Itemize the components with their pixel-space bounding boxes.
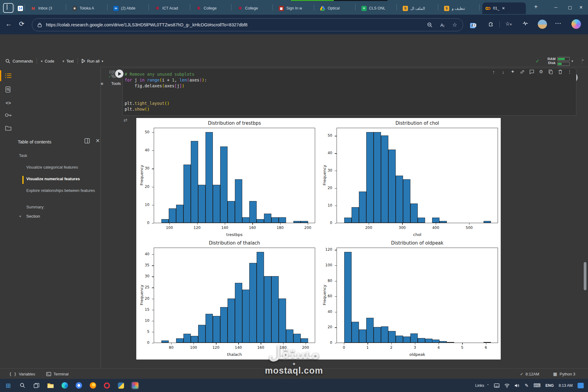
touch-keyboard-icon[interactable]: ⌨ bbox=[533, 382, 541, 388]
y-tick-mark bbox=[335, 265, 337, 266]
taskbar-edge-icon[interactable] bbox=[61, 382, 69, 390]
output-actions-icon[interactable]: ⇄ bbox=[123, 117, 127, 123]
clock[interactable]: 8:13 AM bbox=[559, 383, 573, 388]
histogram-bar bbox=[249, 263, 257, 343]
collapse-toolbar-icon[interactable]: ⌃ bbox=[581, 59, 585, 63]
commands-button[interactable]: Commands bbox=[6, 59, 33, 63]
new-tab-button[interactable]: + bbox=[534, 4, 538, 10]
toc-item[interactable]: Explore relationships between features bbox=[26, 188, 95, 193]
variables-button[interactable]: { } Variables bbox=[9, 372, 35, 376]
taskbar-start-icon[interactable]: ⊞ bbox=[4, 382, 12, 390]
add-code-button[interactable]: +Code bbox=[40, 59, 54, 63]
taskbar-file-explorer-icon[interactable] bbox=[47, 382, 55, 390]
disk-meter[interactable] bbox=[557, 62, 570, 66]
browser-tab[interactable]: ✳College bbox=[193, 2, 234, 14]
browser-tab-active[interactable]: 01_✕ bbox=[482, 2, 526, 14]
y-axis-label: Frequency bbox=[139, 280, 144, 310]
taskbar-search-icon[interactable] bbox=[18, 382, 26, 390]
comment-icon[interactable] bbox=[529, 69, 535, 75]
refresh-icon[interactable]: ⟳ bbox=[19, 20, 24, 28]
url-bar[interactable]: https://colab.research.google.com/drive/… bbox=[32, 18, 463, 31]
browser-tab[interactable]: 5تنظيف و bbox=[441, 2, 482, 14]
files-panel-icon[interactable] bbox=[4, 124, 12, 132]
toc-active-indicator bbox=[22, 176, 24, 184]
histogram-bar bbox=[374, 327, 381, 343]
favorite-star-icon[interactable]: ☆ bbox=[452, 21, 457, 28]
browser-tab[interactable]: MInbox (3 bbox=[28, 2, 69, 14]
taskbar-opera-icon[interactable] bbox=[103, 382, 111, 390]
run-cell-button[interactable] bbox=[115, 70, 123, 78]
menu-tools[interactable]: Tools bbox=[111, 81, 121, 86]
language-indicator[interactable]: ENG bbox=[545, 383, 554, 388]
touchpad-icon[interactable] bbox=[494, 383, 499, 388]
y-tick-mark bbox=[152, 299, 154, 299]
secrets-panel-icon[interactable] bbox=[4, 111, 12, 119]
browser-profile-avatar[interactable] bbox=[538, 20, 547, 29]
url-text[interactable]: https://colab.research.google.com/drive/… bbox=[46, 22, 427, 27]
tab-close-icon[interactable]: ✕ bbox=[502, 6, 505, 10]
ram-meter[interactable] bbox=[557, 57, 570, 61]
add-section-button[interactable]: + Section bbox=[19, 214, 40, 219]
link-icon[interactable] bbox=[519, 69, 525, 75]
y-tick-mark bbox=[152, 150, 154, 151]
move-cell-down-icon[interactable]: ↓ bbox=[500, 69, 506, 75]
toc-item[interactable]: Visualize categorical features bbox=[26, 165, 95, 170]
copy-cell-icon[interactable] bbox=[548, 69, 554, 75]
terminal-button[interactable]: Terminal bbox=[46, 372, 69, 376]
x-tick-mark bbox=[344, 343, 344, 344]
browser-tab[interactable]: ✳Toloka A bbox=[69, 2, 110, 14]
delete-cell-icon[interactable] bbox=[557, 69, 563, 75]
taskbar-firefox-icon[interactable] bbox=[89, 382, 97, 390]
taskbar-chrome-icon[interactable] bbox=[75, 382, 83, 390]
toc-item[interactable]: Visualize numerical features bbox=[26, 176, 95, 181]
toc-item[interactable]: Summary: bbox=[26, 204, 95, 210]
volume-icon[interactable] bbox=[514, 383, 520, 388]
y-axis-label: Frequency bbox=[322, 280, 327, 310]
browser-menu-icon[interactable]: ⋯ bbox=[555, 20, 561, 27]
pen-icon[interactable]: ✎ bbox=[525, 383, 529, 388]
code-snippets-panel-icon[interactable]: <> bbox=[4, 99, 12, 107]
spark-icon[interactable]: ✦ bbox=[510, 69, 516, 75]
notification-center-icon[interactable] bbox=[578, 383, 584, 388]
extensions-icon[interactable] bbox=[488, 21, 494, 26]
browser-tab[interactable]: ▦Sign In w bbox=[276, 2, 317, 14]
toc-item[interactable]: Task bbox=[19, 153, 88, 158]
run-all-button[interactable]: Run all ▾ bbox=[81, 59, 104, 63]
notebook-scrollbar[interactable] bbox=[584, 262, 586, 290]
window-close-button[interactable]: ✕ bbox=[574, 0, 588, 15]
browser-tab[interactable]: 5الملف ال bbox=[400, 2, 441, 14]
zoom-out-icon[interactable] bbox=[427, 22, 432, 28]
browser-tab[interactable]: 14 bbox=[15, 2, 28, 14]
browser-essentials-icon[interactable] bbox=[522, 21, 528, 26]
browser-tab[interactable]: ✳College bbox=[234, 2, 276, 14]
favorites-list-icon[interactable]: ☆≡ bbox=[505, 21, 511, 27]
toc-close-icon[interactable]: ✕ bbox=[96, 138, 100, 144]
cell-settings-icon[interactable]: ⚙ bbox=[538, 69, 544, 75]
links-toolbar[interactable]: Links⌃ bbox=[475, 383, 489, 388]
find-replace-panel-icon[interactable] bbox=[4, 86, 12, 93]
cell-code[interactable]: # Remove any unused subplotsfor j in ran… bbox=[125, 71, 207, 112]
y-tick-label: 10 bbox=[139, 318, 149, 323]
browser-tab[interactable]: Optical bbox=[317, 2, 358, 14]
resources-dropdown-icon[interactable]: ▾ bbox=[571, 59, 573, 63]
translate-icon[interactable]: A 文 bbox=[470, 21, 475, 28]
toc-panel-icon[interactable] bbox=[4, 72, 12, 80]
toc-open-in-tab-icon[interactable] bbox=[85, 138, 90, 143]
add-text-button[interactable]: +Text bbox=[62, 59, 74, 63]
network-icon[interactable] bbox=[504, 383, 510, 388]
window-minimize-button[interactable]: ─ bbox=[549, 0, 563, 15]
workspaces-icon[interactable] bbox=[3, 3, 13, 13]
tab-label: CLS ONL bbox=[369, 6, 386, 10]
browser-tab[interactable]: +CLS ONL bbox=[358, 2, 400, 14]
taskbar-task-view-icon[interactable] bbox=[32, 382, 40, 390]
read-aloud-icon[interactable]: A) bbox=[440, 22, 444, 28]
taskbar-python-icon[interactable] bbox=[117, 382, 125, 390]
copilot-icon[interactable] bbox=[571, 19, 581, 29]
browser-tab[interactable]: ✳ICT Acad bbox=[152, 2, 193, 14]
browser-tab[interactable]: in(2) Abde bbox=[110, 2, 152, 14]
more-vert-icon[interactable]: ⋮ bbox=[567, 69, 573, 75]
kernel-selector[interactable]: ▦Python 3 bbox=[553, 371, 575, 376]
back-icon[interactable]: ← bbox=[6, 20, 12, 28]
move-cell-up-icon[interactable]: ↑ bbox=[491, 69, 497, 75]
taskbar-active-app-icon[interactable] bbox=[131, 382, 139, 390]
